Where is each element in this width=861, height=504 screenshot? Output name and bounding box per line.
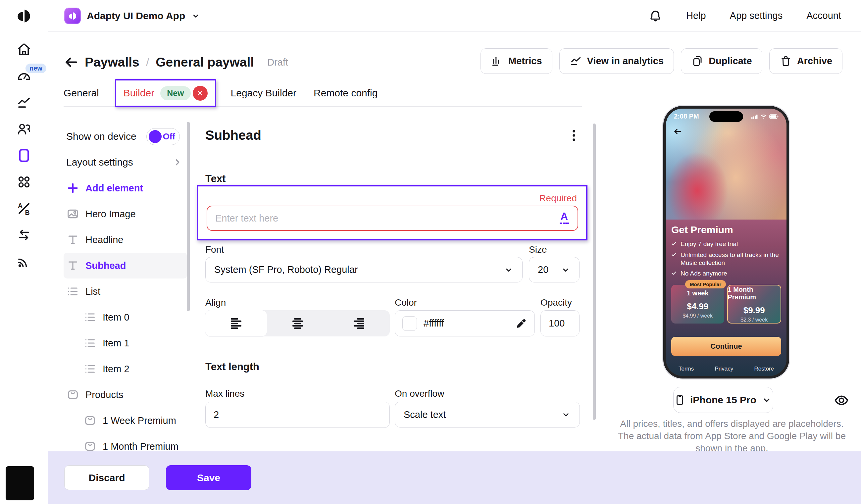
add-element-button[interactable]: Add element bbox=[64, 175, 187, 201]
tree-item-item-0[interactable]: Item 0 bbox=[64, 304, 187, 330]
dashboard-gauge-icon[interactable]: new bbox=[16, 68, 32, 84]
tree-item-list[interactable]: List bbox=[64, 278, 187, 304]
product-name: 1 Month Premium bbox=[728, 286, 781, 301]
text-section-label: Text bbox=[205, 173, 226, 185]
placements-grid-icon[interactable] bbox=[16, 174, 32, 190]
tree-item-headline[interactable]: Headline bbox=[64, 227, 187, 253]
tree-item-label: 1 Month Premium bbox=[102, 441, 178, 452]
size-value: 20 bbox=[538, 264, 548, 275]
people-icon[interactable] bbox=[16, 121, 32, 137]
overflow-value: Scale text bbox=[404, 409, 446, 420]
color-picker[interactable]: #ffffff bbox=[395, 310, 535, 337]
chevron-right-icon bbox=[173, 157, 182, 167]
status-badge: Draft bbox=[267, 57, 288, 68]
back-arrow-icon[interactable] bbox=[64, 55, 79, 70]
max-lines-input[interactable]: 2 bbox=[205, 402, 390, 428]
rail-new-badge: new bbox=[26, 64, 46, 73]
chevron-down-icon bbox=[504, 265, 514, 275]
insert-variable-a-icon[interactable]: A bbox=[560, 211, 569, 224]
duplicate-button[interactable]: Duplicate bbox=[681, 48, 762, 74]
font-label: Font bbox=[205, 244, 224, 255]
most-popular-badge: Most Popular bbox=[685, 280, 726, 288]
align-center-icon bbox=[291, 316, 305, 330]
breadcrumb-section[interactable]: Paywalls bbox=[85, 55, 139, 70]
eyedropper-icon[interactable] bbox=[515, 317, 527, 329]
device-name: iPhone 15 Pro bbox=[690, 394, 756, 406]
tree-item-label: Headline bbox=[85, 234, 123, 245]
list-icon bbox=[83, 362, 97, 376]
product-card-1-month[interactable]: 1 Month Premium $9.99 $2.3 / week bbox=[727, 285, 781, 324]
show-on-device-toggle[interactable]: Off bbox=[146, 128, 180, 145]
app-selector[interactable]: Adapty UI Demo App bbox=[64, 8, 200, 24]
discard-button[interactable]: Discard bbox=[64, 465, 149, 490]
tree-item-label: Hero Image bbox=[85, 209, 136, 220]
account-link[interactable]: Account bbox=[806, 10, 841, 21]
analytics-chart-icon[interactable] bbox=[16, 95, 32, 110]
adapty-logo-icon[interactable] bbox=[15, 7, 32, 25]
broadcast-icon[interactable] bbox=[16, 254, 32, 269]
toggle-state: Off bbox=[163, 132, 175, 142]
save-button[interactable]: Save bbox=[166, 465, 251, 490]
chevron-down-icon bbox=[561, 410, 571, 420]
product-bag-icon bbox=[83, 414, 97, 427]
plus-icon bbox=[66, 181, 80, 195]
chat-widget[interactable] bbox=[5, 466, 34, 500]
overflow-select[interactable]: Scale text bbox=[395, 402, 580, 427]
size-label: Size bbox=[529, 244, 547, 255]
bullet-text: Unlimited access to all tracks in the Mu… bbox=[681, 251, 781, 267]
preview-back-arrow-icon bbox=[673, 127, 682, 136]
tab-general[interactable]: General bbox=[64, 87, 99, 99]
close-icon[interactable] bbox=[193, 86, 208, 101]
tree-item-hero-image[interactable]: Hero Image bbox=[64, 201, 187, 227]
kebab-menu-icon[interactable] bbox=[566, 128, 581, 143]
terms-link[interactable]: Terms bbox=[679, 366, 694, 372]
app-settings-link[interactable]: App settings bbox=[730, 10, 783, 21]
align-left-button[interactable] bbox=[205, 310, 267, 337]
tree-item-item-2[interactable]: Item 2 bbox=[64, 356, 187, 382]
tab-legacy-builder[interactable]: Legacy Builder bbox=[231, 87, 296, 99]
layout-settings-row[interactable]: Layout settings bbox=[64, 149, 187, 175]
opacity-input[interactable]: 100 bbox=[541, 310, 579, 337]
editor-title: Subhead bbox=[205, 128, 261, 143]
font-select[interactable]: System (SF Pro, Roboto) Regular bbox=[205, 257, 522, 283]
align-center-button[interactable] bbox=[267, 310, 328, 337]
tab-remote-config[interactable]: Remote config bbox=[314, 87, 378, 99]
metrics-button[interactable]: Metrics bbox=[480, 48, 552, 74]
tree-scrollbar[interactable] bbox=[187, 122, 190, 311]
continue-button[interactable]: Continue bbox=[671, 337, 781, 356]
paywall-bullet: No Ads anymore bbox=[671, 270, 781, 277]
list-icon bbox=[83, 311, 97, 324]
add-element-label: Add element bbox=[85, 183, 143, 194]
home-icon[interactable] bbox=[16, 42, 32, 57]
product-card-1-week[interactable]: 1 week $4.99 $4.99 / week bbox=[671, 285, 724, 324]
integrations-arrows-icon[interactable] bbox=[16, 227, 32, 243]
restore-link[interactable]: Restore bbox=[754, 366, 774, 372]
view-in-analytics-label: View in analytics bbox=[587, 56, 664, 67]
element-tree: Show on device Off Layout settings Add e… bbox=[64, 123, 187, 459]
size-select[interactable]: 20 bbox=[529, 257, 579, 283]
editor-scrollbar[interactable] bbox=[593, 123, 596, 420]
paywalls-phone-icon[interactable] bbox=[16, 148, 32, 163]
tree-item-1-week-premium[interactable]: 1 Week Premium bbox=[64, 408, 187, 434]
help-link[interactable]: Help bbox=[686, 10, 706, 21]
tree-item-products[interactable]: Products bbox=[64, 382, 187, 408]
duplicate-label: Duplicate bbox=[709, 56, 752, 67]
privacy-link[interactable]: Privacy bbox=[715, 366, 734, 372]
text-length-section-label: Text length bbox=[205, 361, 259, 373]
eye-preview-icon[interactable] bbox=[834, 393, 849, 408]
view-in-analytics-button[interactable]: View in analytics bbox=[559, 48, 674, 74]
tree-item-item-1[interactable]: Item 1 bbox=[64, 330, 187, 356]
check-icon bbox=[671, 271, 676, 276]
ab-test-icon[interactable]: AB bbox=[16, 201, 32, 216]
tab-builder[interactable]: Builder bbox=[124, 87, 154, 99]
tree-item-subhead[interactable]: Subhead bbox=[64, 253, 187, 278]
opacity-label: Opacity bbox=[541, 297, 572, 308]
notifications-bell-icon[interactable] bbox=[648, 9, 662, 23]
archive-button[interactable]: Archive bbox=[769, 48, 843, 74]
align-right-icon bbox=[352, 316, 366, 330]
device-selector[interactable]: iPhone 15 Pro bbox=[673, 387, 773, 413]
color-value: #ffffff bbox=[424, 318, 444, 329]
text-input[interactable] bbox=[207, 206, 578, 231]
align-right-button[interactable] bbox=[328, 310, 390, 337]
align-left-icon bbox=[229, 316, 243, 330]
